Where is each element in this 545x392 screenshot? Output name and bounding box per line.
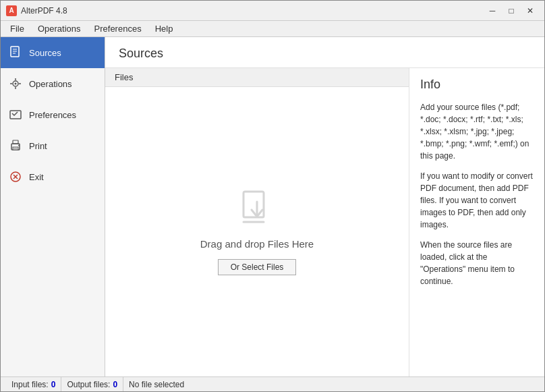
drop-icon [237, 188, 277, 229]
title-bar-text: AlterPDF 4.8 [21, 6, 484, 16]
sidebar-item-sources[interactable]: Sources [1, 37, 105, 68]
operations-icon [9, 77, 22, 90]
preferences-icon [9, 108, 22, 121]
close-button[interactable]: ✕ [521, 4, 539, 18]
menu-bar: File Operations Preferences Help [1, 21, 544, 37]
sidebar-label-exit: Exit [29, 172, 44, 182]
drop-zone-wrapper: Drag and drop Files Here Or Select Files [105, 87, 409, 376]
info-paragraph-2: If you want to modify or convert PDF doc… [420, 170, 534, 231]
content-title: Sources [105, 37, 544, 68]
sidebar-item-exit[interactable]: Exit [1, 161, 105, 192]
status-bar: Input files: 0 Output files: 0 No file s… [1, 376, 544, 391]
menu-help[interactable]: Help [148, 22, 180, 35]
print-icon [9, 139, 22, 152]
menu-preferences[interactable]: Preferences [88, 22, 148, 35]
sources-icon [9, 46, 22, 59]
info-title: Info [420, 78, 534, 92]
info-paragraph-3: When the source files are loaded, click … [420, 239, 534, 287]
title-bar-controls: ─ □ ✕ [484, 4, 539, 18]
main-area: Sources Operations [1, 37, 544, 376]
status-output: Output files: 0 [61, 377, 123, 391]
select-files-button[interactable]: Or Select Files [218, 259, 297, 275]
sidebar-item-operations[interactable]: Operations [1, 68, 105, 99]
svg-point-15 [18, 145, 20, 146]
drop-text: Drag and drop Files Here [200, 238, 314, 250]
sidebar-label-preferences: Preferences [29, 110, 76, 120]
app-icon-letter: A [9, 7, 13, 14]
status-text-segment: No file selected [123, 377, 190, 391]
sidebar-item-preferences[interactable]: Preferences [1, 99, 105, 130]
output-label: Output files: [67, 380, 110, 389]
content-body: Files Drag and drop Files Here Or Select… [105, 68, 544, 376]
sidebar-item-print[interactable]: Print [1, 130, 105, 161]
sidebar-label-operations: Operations [29, 79, 72, 89]
drop-zone[interactable]: Drag and drop Files Here Or Select Files [105, 87, 409, 376]
output-count: 0 [113, 380, 117, 389]
files-panel: Files Drag and drop Files Here Or Select… [105, 68, 409, 376]
status-input: Input files: 0 [6, 377, 61, 391]
menu-file[interactable]: File [3, 22, 31, 35]
input-label: Input files: [11, 380, 49, 389]
files-header: Files [105, 68, 409, 87]
info-paragraph-1: Add your source files (*.pdf; *.doc; *.d… [420, 101, 534, 162]
menu-operations[interactable]: Operations [31, 22, 88, 35]
svg-point-5 [15, 83, 17, 85]
info-panel: Info Add your source files (*.pdf; *.doc… [409, 68, 544, 376]
maximize-button[interactable]: □ [503, 4, 520, 18]
minimize-button[interactable]: ─ [484, 4, 501, 18]
exit-icon [9, 170, 22, 184]
app-icon: A [6, 5, 17, 16]
sidebar-label-sources: Sources [29, 48, 61, 58]
status-text: No file selected [129, 380, 184, 389]
content-area: Sources Files Drag and drop Files Here O… [105, 37, 544, 376]
title-bar: A AlterPDF 4.8 ─ □ ✕ [1, 1, 544, 21]
input-count: 0 [51, 380, 56, 389]
sidebar: Sources Operations [1, 37, 105, 376]
sidebar-label-print: Print [29, 141, 47, 151]
